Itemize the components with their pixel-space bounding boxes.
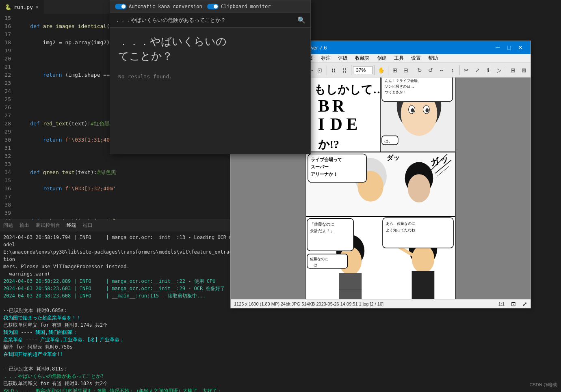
fs-expand-button[interactable]: ⤢: [522, 301, 527, 307]
tab-close-button[interactable]: ×: [35, 4, 39, 10]
svg-point-24: [408, 174, 431, 202]
svg-point-15: [425, 108, 429, 112]
toggle-clipboard-switch[interactable]: [207, 4, 219, 9]
tb-hand-button[interactable]: ✋: [376, 65, 386, 76]
tb-compare-button[interactable]: ⊠: [519, 65, 529, 76]
svg-point-40: [412, 245, 435, 273]
svg-text:R: R: [332, 97, 345, 115]
svg-rect-52: [339, 273, 362, 299]
svg-text:スーパー: スーパー: [311, 164, 329, 169]
zoom-display: 37%: [353, 66, 373, 74]
tb-flip-v-button[interactable]: ↕: [448, 65, 458, 76]
tab-filename: run.py: [14, 4, 33, 10]
toggle-kana-switch[interactable]: [115, 4, 126, 9]
svg-text:んん！？ライブ会場、: んん！？ライブ会場、: [385, 78, 421, 83]
menu-favorites[interactable]: 收藏夹: [352, 54, 373, 62]
svg-rect-41: [412, 271, 435, 299]
svg-text:アリーナか！: アリーナか！: [311, 172, 338, 177]
toggle-kana-group: Automatic kana conversion: [115, 4, 202, 9]
menu-annotate[interactable]: 标注: [318, 54, 334, 62]
dict-search-bar: 🔍: [110, 13, 310, 28]
close-button[interactable]: ✕: [515, 42, 526, 53]
tb-rotate-ccw-button[interactable]: ↺: [426, 65, 436, 76]
tb-separator-6: [388, 65, 388, 75]
tb-separator-9: [506, 65, 506, 75]
dict-search-input[interactable]: [115, 17, 297, 23]
menu-rate[interactable]: 评级: [335, 54, 351, 62]
dictionary-popup: Automatic kana conversion Clipboard moni…: [110, 0, 311, 154]
tb-info-button[interactable]: ℹ: [483, 65, 493, 76]
fs-status-text: 1125 x 1600 (1.80 MP) 24bit JPG 514KB 20…: [234, 302, 383, 306]
svg-text:ダッ: ダッ: [387, 154, 400, 161]
panel-tabs: 问题 输出 调试控制台 终端 端口: [0, 220, 236, 231]
tb-separator-4: [351, 65, 351, 75]
tab-run-py[interactable]: 🐍 run.py ×: [0, 0, 44, 14]
toggle-clipboard-label: Clipboard monitor: [221, 4, 271, 9]
tb-separator-7: [413, 65, 413, 75]
search-icon[interactable]: 🔍: [297, 16, 305, 24]
menu-settings[interactable]: 设置: [408, 54, 424, 62]
svg-text:D: D: [330, 115, 342, 134]
svg-text:は: は: [310, 263, 317, 267]
tb-separator-3: [327, 65, 327, 75]
dict-text-line2: てことか？: [118, 49, 302, 63]
dict-header: Automatic kana conversion Clipboard moni…: [110, 0, 310, 13]
tb-resize-button[interactable]: ⤢: [472, 65, 482, 76]
bottom-panel: 问题 输出 调试控制台 终端 端口 2024-04-03 20:58:19.79…: [0, 220, 236, 392]
tb-separator-8: [459, 65, 460, 75]
tb-fit-window-button[interactable]: ⊞: [390, 65, 400, 76]
svg-text:は、: は、: [384, 139, 392, 143]
manga-image: もしかして… B R I D E か!? んん！？ライブ会場、 ゾンビ騒ぎの日……: [305, 78, 456, 299]
dict-no-results: No results found.: [110, 70, 310, 83]
tb-slideshow-button[interactable]: ▷: [494, 65, 504, 76]
terminal-content[interactable]: 2024-04-03 20:58:19.794 | INFO | manga_o…: [0, 231, 236, 392]
tb-prev2-button[interactable]: ⟨⟨: [328, 65, 338, 76]
tb-crop-button[interactable]: ✂: [461, 65, 471, 76]
panel-tab-issues[interactable]: 问题: [3, 220, 13, 231]
svg-text:「佐藤なのに: 「佐藤なのに: [310, 222, 334, 226]
tab-icon: 🐍: [5, 4, 11, 10]
panel-tab-debug[interactable]: 调试控制台: [36, 220, 60, 231]
svg-text:よく知ってたわね: よく知ってたわね: [386, 228, 416, 232]
panel-tab-output[interactable]: 输出: [19, 220, 29, 231]
svg-text:か!?: か!?: [318, 138, 339, 151]
menu-help[interactable]: 帮助: [425, 54, 441, 62]
tb-actual-size-button[interactable]: ⊟: [401, 65, 411, 76]
svg-text:B: B: [318, 97, 329, 115]
svg-text:ゾンビ騒ぎの日…: ゾンビ騒ぎの日…: [385, 84, 414, 88]
svg-text:ライブ会場って: ライブ会場って: [311, 157, 342, 162]
minimize-button[interactable]: ─: [492, 42, 503, 53]
svg-text:つてまさか！: つてまさか！: [385, 90, 407, 94]
fs-corner-label: 1:1: [498, 302, 505, 306]
svg-point-14: [411, 108, 414, 112]
menu-tools[interactable]: 工具: [391, 54, 407, 62]
tb-separator-5: [374, 65, 375, 75]
svg-text:余計だよ！」: 余計だよ！」: [310, 228, 334, 233]
svg-text:佐藤なのに: 佐藤なのに: [310, 256, 328, 261]
tb-next2-button[interactable]: ⟩⟩: [339, 65, 349, 76]
svg-text:もしかして…: もしかして…: [314, 83, 384, 96]
toggle-clipboard-group: Clipboard monitor: [207, 4, 271, 9]
tb-fit-button[interactable]: ⊡: [315, 65, 325, 76]
svg-text:E: E: [346, 115, 357, 134]
menu-create[interactable]: 创建: [374, 54, 390, 62]
csdn-watermark: CSDN @暗碳: [530, 382, 557, 388]
dict-large-text: ．．．やばいくらいの てことか？: [110, 28, 310, 70]
panel-tab-terminal[interactable]: 终端: [67, 220, 76, 231]
line-numbers: 15 16 17 18 19 20 21 22 23 24 25 26 27 2…: [0, 14, 14, 229]
panel-tab-ports[interactable]: 端口: [83, 220, 93, 231]
fs-status-bar: 1125 x 1600 (1.80 MP) 24bit JPG 514KB 20…: [231, 299, 531, 308]
tb-flip-h-button[interactable]: ↔: [437, 65, 447, 76]
svg-text:I: I: [318, 115, 325, 134]
toggle-kana-label: Automatic kana conversion: [129, 4, 202, 9]
dict-text-line1: ．．．やばいくらいの: [118, 34, 302, 49]
svg-text:あら、佐藤なのに: あら、佐藤なのに: [386, 222, 415, 226]
tb-rotate-cw-button[interactable]: ↻: [415, 65, 425, 76]
fs-fit-button[interactable]: ⊡: [511, 301, 516, 307]
maximize-button[interactable]: □: [504, 42, 514, 53]
fs-window-controls: ─ □ ✕: [492, 42, 526, 53]
tb-grid-button[interactable]: ⊞: [508, 65, 518, 76]
